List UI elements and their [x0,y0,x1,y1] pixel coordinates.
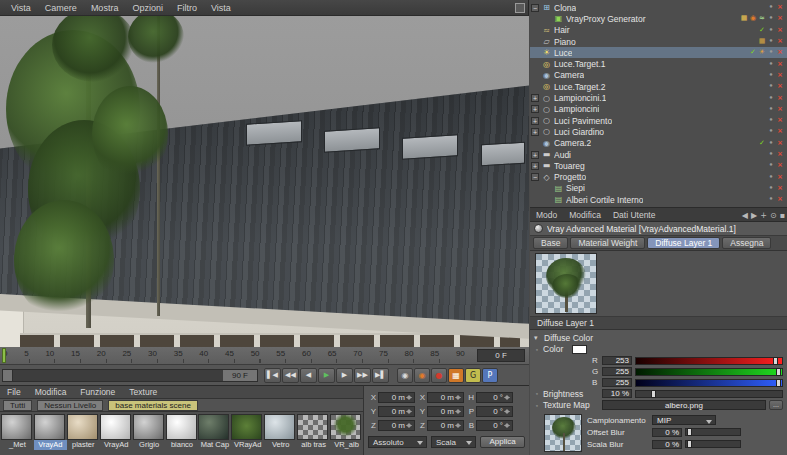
expand-toggle-icon[interactable]: + [531,105,539,113]
material-thumbnail[interactable] [297,414,328,440]
object-tag-icon[interactable]: ▦ [740,14,748,23]
attribute-menu-item[interactable]: Modifica [563,210,607,220]
object-tag-icon[interactable]: × [776,48,784,57]
channel-value-field[interactable]: 255 [602,367,632,376]
object-tag-icon[interactable]: ☀ [758,48,766,57]
scale-blur-field[interactable]: 0 % [652,440,682,449]
object-row[interactable]: ◎ Luce.Target.1 •× [530,58,787,69]
search-icon[interactable]: ⊙ [770,211,777,220]
position-field[interactable]: 0 m [378,392,415,403]
object-row[interactable]: ☀ Luce ✓☀•× [530,47,787,58]
material-item[interactable]: VrayAd [34,414,67,450]
object-tag-icons[interactable]: ▦•× [758,37,784,46]
object-tag-icon[interactable]: • [767,195,775,204]
expand-toggle-icon[interactable]: + [531,128,539,136]
material-menu-item[interactable]: Texture [122,387,164,397]
attribute-menu-item[interactable]: Modo [530,210,563,220]
material-menu-item[interactable]: File [0,387,28,397]
object-row[interactable]: ◎ Luce.Target.2 •× [530,81,787,92]
object-label[interactable]: Clona [554,3,576,13]
animation-dot-icon[interactable]: ◦ [534,390,540,397]
range-end-handle[interactable]: 90 F [223,370,257,381]
section-header[interactable]: Diffuse Layer 1 [530,317,787,330]
lock-icon[interactable]: ▪ [780,211,785,220]
object-label[interactable]: Lampioncini [554,104,599,114]
material-menu-item[interactable]: Modifica [28,387,74,397]
browse-button[interactable]: ... [769,400,783,410]
prev-frame-icon[interactable]: ◀ [300,368,317,383]
object-label[interactable]: Luce.Target.2 [554,82,606,92]
current-frame-field[interactable]: 0 F [477,349,525,362]
object-label[interactable]: Luce.Target.1 [554,59,606,69]
object-tag-icons[interactable]: •× [767,3,784,12]
object-tag-icon[interactable]: • [767,161,775,170]
viewport-menu-item[interactable]: Opzioni [125,3,170,13]
object-row[interactable]: ≈ Hair ✓•× [530,25,787,36]
material-thumbnail[interactable] [34,414,65,440]
object-tag-icon[interactable]: × [776,105,784,114]
material-thumbnail[interactable] [330,414,361,440]
rotation-field[interactable]: 0 ° [476,406,513,417]
material-thumbnail[interactable] [166,414,197,440]
scale-field[interactable]: 0 m [427,392,464,403]
goto-end-icon[interactable]: ▶▌ [372,368,389,383]
object-label[interactable]: Camera [554,70,584,80]
scale-blur-slider[interactable] [685,440,741,448]
slider-handle[interactable] [776,379,781,387]
object-tag-icon[interactable]: • [767,105,775,114]
frame-range-slider[interactable]: 90 F [2,369,258,382]
parent-icon[interactable]: P [482,368,498,383]
play-icon[interactable]: ▶ [318,368,335,383]
range-start-handle[interactable] [3,370,13,381]
expand-toggle-icon[interactable]: − [531,173,539,181]
color-swatch[interactable] [572,345,587,354]
object-tag-icon[interactable]: ✓ [758,26,766,35]
position-field[interactable]: 0 m [378,420,415,431]
object-label[interactable]: Audi [554,150,571,160]
object-tag-icons[interactable]: •× [767,60,784,69]
attribute-menu-item[interactable]: Dati Utente [607,210,662,220]
channel-value-field[interactable]: 255 [602,378,632,387]
object-tag-icon[interactable]: • [767,3,775,12]
coordinate-mode-dropdown[interactable]: Assoluto [368,436,427,448]
rotation-field[interactable]: 0 ° [476,392,513,403]
material-channel-tab[interactable]: Diffuse Layer 1 [647,237,720,249]
object-label[interactable]: Progetto [554,172,586,182]
channel-value-field[interactable]: 253 [602,356,632,365]
object-tag-icons[interactable]: •× [767,105,784,114]
slider-handle[interactable] [776,368,781,376]
brightness-slider[interactable] [635,390,783,398]
material-item[interactable]: alb tras [297,414,330,450]
channel-slider[interactable] [635,368,783,376]
object-row[interactable]: ◉ Camera.2 ✓•× [530,138,787,149]
object-tag-icons[interactable]: •× [767,127,784,136]
autokey-icon[interactable]: ◉ [414,368,430,383]
next-frame-icon[interactable]: ▶ [336,368,353,383]
object-tag-icons[interactable]: ▦◉≈•× [740,14,784,23]
keyframe-grid-icon[interactable]: ▦ [448,368,464,383]
slider-handle[interactable] [687,428,692,436]
texture-filename-field[interactable]: albero.png [602,400,766,410]
viewport-menu-item[interactable]: Camere [38,3,84,13]
slider-handle[interactable] [687,440,692,448]
channel-slider[interactable] [635,357,783,365]
material-item[interactable]: _Met [1,414,34,450]
material-preview[interactable] [535,253,597,314]
apply-button[interactable]: Applica [480,436,525,448]
material-filter-tab[interactable]: Tutti [3,400,32,411]
position-field[interactable]: 0 m [378,406,415,417]
object-tag-icon[interactable]: • [767,48,775,57]
object-tag-icon[interactable]: • [767,71,775,80]
goal-icon[interactable]: G [465,368,481,383]
object-tag-icon[interactable]: • [767,26,775,35]
object-tag-icons[interactable]: ✓•× [758,139,784,148]
object-row[interactable]: − ⊞ Clona •× [530,2,787,13]
object-row[interactable]: ▣ VrayProxy Generator ▦◉≈•× [530,13,787,24]
object-row[interactable]: + ○ Luci Pavimento •× [530,115,787,126]
object-tag-icons[interactable]: •× [767,116,784,125]
object-row[interactable]: ▤ Alberi Cortile Interno •× [530,194,787,205]
expand-toggle-icon[interactable]: + [531,94,539,102]
object-tag-icon[interactable]: × [776,60,784,69]
object-tag-icon[interactable]: × [776,3,784,12]
object-tag-icon[interactable]: • [767,173,775,182]
